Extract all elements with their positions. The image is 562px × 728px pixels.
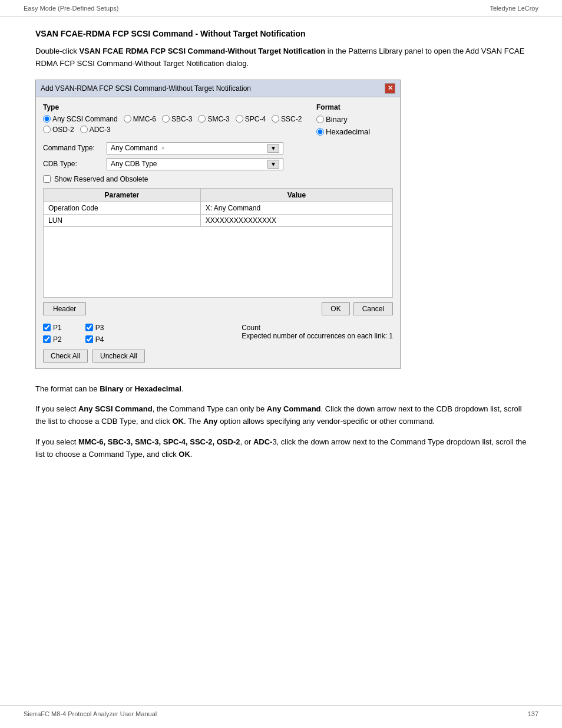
show-reserved-checkbox[interactable] bbox=[43, 175, 51, 183]
dialog-box: Add VSAN-RDMA FCP SCSI Command-Without T… bbox=[35, 80, 401, 369]
header-button[interactable]: Header bbox=[43, 302, 86, 315]
param-col-header: Parameter bbox=[44, 188, 201, 202]
radio-binary-label: Binary bbox=[326, 115, 348, 124]
radio-osd2-input[interactable] bbox=[43, 126, 51, 133]
cancel-button[interactable]: Cancel bbox=[353, 302, 393, 315]
radio-adc3-label: ADC-3 bbox=[90, 126, 111, 134]
show-reserved-row: Show Reserved and Obsolete bbox=[43, 175, 393, 183]
body-para-1: The format can be Binary or Hexadecimal. bbox=[35, 383, 527, 396]
type-section: Type Any SCSI Command MMC-6 bbox=[43, 103, 316, 136]
format-section: Format Binary Hexadecimal bbox=[316, 103, 393, 136]
cdb-type-row: CDB Type: Any CDB Type ▼ bbox=[43, 158, 393, 170]
radio-any-scsi-input[interactable] bbox=[43, 115, 51, 123]
checkbox-p1-label: P1 bbox=[53, 324, 62, 332]
dialog-titlebar: Add VSAN-RDMA FCP SCSI Command-Without T… bbox=[36, 80, 400, 97]
table-row-empty bbox=[44, 226, 393, 297]
radio-adc3: ADC-3 bbox=[80, 126, 111, 134]
radio-binary: Binary bbox=[316, 115, 393, 124]
radio-ssc2-input[interactable] bbox=[272, 115, 279, 123]
type-radio-row2: OSD-2 ADC-3 bbox=[43, 126, 316, 134]
show-reserved-label: Show Reserved and Obsolete bbox=[54, 175, 148, 183]
radio-osd2: OSD-2 bbox=[43, 126, 74, 134]
uncheck-all-button[interactable]: Uncheck All bbox=[92, 350, 145, 363]
radio-spc4: SPC-4 bbox=[236, 115, 266, 123]
page-header: Easy Mode (Pre-Defined Setups) Teledyne … bbox=[0, 0, 562, 17]
body-para-2: If you select Any SCSI Command, the Comm… bbox=[35, 403, 527, 428]
type-label: Type bbox=[43, 103, 316, 111]
count-section: Count Expected number of occurrences on … bbox=[242, 324, 393, 363]
checkbox-p1-input[interactable] bbox=[43, 324, 51, 331]
param-table: Parameter Value Operation Code X: Any Co… bbox=[43, 188, 393, 298]
command-type-row: Command Type: Any Command × ▼ bbox=[43, 142, 393, 154]
radio-smc3-label: SMC-3 bbox=[207, 115, 229, 123]
command-type-arrow-icon[interactable]: ▼ bbox=[267, 144, 279, 153]
radio-ssc2: SSC-2 bbox=[272, 115, 302, 123]
checkbox-p3: P3 bbox=[85, 324, 104, 332]
radio-osd2-label: OSD-2 bbox=[52, 126, 74, 134]
count-value: 1 bbox=[389, 332, 393, 340]
ok-button[interactable]: OK bbox=[322, 302, 349, 315]
checkbox-col-right: P3 P4 bbox=[85, 324, 104, 344]
table-row: Operation Code X: Any Command bbox=[44, 202, 393, 214]
radio-adc3-input[interactable] bbox=[80, 126, 88, 133]
radio-any-scsi-label: Any SCSI Command bbox=[52, 115, 118, 123]
param-operation-code: Operation Code bbox=[44, 202, 201, 214]
cdb-type-arrow-icon[interactable]: ▼ bbox=[267, 160, 279, 169]
value-lun: XXXXXXXXXXXXXXX bbox=[200, 214, 392, 226]
checkbox-p2-label: P2 bbox=[53, 335, 62, 344]
cdb-type-dropdown[interactable]: Any CDB Type ▼ bbox=[107, 158, 283, 170]
header-left: Easy Mode (Pre-Defined Setups) bbox=[24, 5, 118, 12]
cdb-type-label: CDB Type: bbox=[43, 160, 102, 168]
radio-mmc6: MMC-6 bbox=[124, 115, 156, 123]
radio-spc4-input[interactable] bbox=[236, 115, 243, 123]
dialog-title: Add VSAN-RDMA FCP SCSI Command-Without T… bbox=[41, 84, 251, 93]
ok-cancel-buttons: OK Cancel bbox=[322, 302, 393, 315]
checkbox-p2: P2 bbox=[43, 335, 62, 344]
dialog-bottom-row: Header OK Cancel bbox=[43, 302, 393, 315]
format-label: Format bbox=[316, 103, 393, 111]
radio-spc4-label: SPC-4 bbox=[245, 115, 266, 123]
intro-paragraph: Double-click VSAN FCAE RDMA FCP SCSI Com… bbox=[35, 45, 527, 70]
checkbox-p4-input[interactable] bbox=[85, 335, 93, 343]
count-checkboxes-row: P1 P2 P3 bbox=[43, 319, 393, 363]
footer-right: 137 bbox=[528, 710, 538, 717]
radio-smc3-input[interactable] bbox=[198, 115, 206, 123]
dialog-body: Type Any SCSI Command MMC-6 bbox=[36, 97, 400, 368]
checkbox-p2-input[interactable] bbox=[43, 335, 51, 343]
check-uncheck-buttons: Check All Uncheck All bbox=[43, 350, 145, 363]
radio-hex-input[interactable] bbox=[316, 128, 324, 136]
radio-binary-input[interactable] bbox=[316, 116, 324, 123]
count-detail: Expected number of occurrences on each l… bbox=[242, 332, 393, 340]
command-type-clear-icon[interactable]: × bbox=[161, 144, 164, 151]
command-type-value: Any Command bbox=[111, 144, 157, 152]
checkbox-col-left: P1 P2 bbox=[43, 324, 62, 344]
check-all-button[interactable]: Check All bbox=[43, 350, 88, 363]
radio-mmc6-input[interactable] bbox=[124, 115, 131, 123]
param-lun: LUN bbox=[44, 214, 201, 226]
section-title: VSAN FCAE-RDMA FCP SCSI Command - Withou… bbox=[35, 29, 527, 38]
page-footer: SierraFC M8-4 Protocol Analyzer User Man… bbox=[0, 705, 562, 722]
checkbox-columns: P1 P2 P3 bbox=[43, 324, 145, 344]
radio-any-scsi: Any SCSI Command bbox=[43, 115, 118, 123]
radio-hexadecimal: Hexadecimal bbox=[316, 127, 393, 136]
dialog-close-button[interactable]: ✕ bbox=[385, 83, 395, 94]
radio-sbc3-input[interactable] bbox=[162, 115, 170, 123]
count-label: Count bbox=[242, 324, 393, 332]
checkbox-p3-label: P3 bbox=[95, 324, 104, 332]
radio-mmc6-label: MMC-6 bbox=[133, 115, 156, 123]
value-col-header: Value bbox=[200, 188, 392, 202]
command-type-dropdown[interactable]: Any Command × ▼ bbox=[107, 142, 283, 154]
body-para-3: If you select MMC-6, SBC-3, SMC-3, SPC-4… bbox=[35, 436, 527, 461]
radio-hex-label: Hexadecimal bbox=[326, 127, 370, 136]
checkboxes-area: P1 P2 P3 bbox=[43, 319, 145, 363]
command-type-label: Command Type: bbox=[43, 144, 102, 152]
value-operation-code: X: Any Command bbox=[200, 202, 392, 214]
radio-smc3: SMC-3 bbox=[198, 115, 229, 123]
checkbox-p4-label: P4 bbox=[95, 335, 104, 344]
table-row: LUN XXXXXXXXXXXXXXX bbox=[44, 214, 393, 226]
main-content: VSAN FCAE-RDMA FCP SCSI Command - Withou… bbox=[0, 17, 562, 481]
cdb-type-value: Any CDB Type bbox=[111, 160, 157, 168]
checkbox-p3-input[interactable] bbox=[85, 324, 93, 331]
checkbox-p1: P1 bbox=[43, 324, 62, 332]
header-right: Teledyne LeCroy bbox=[490, 5, 538, 12]
